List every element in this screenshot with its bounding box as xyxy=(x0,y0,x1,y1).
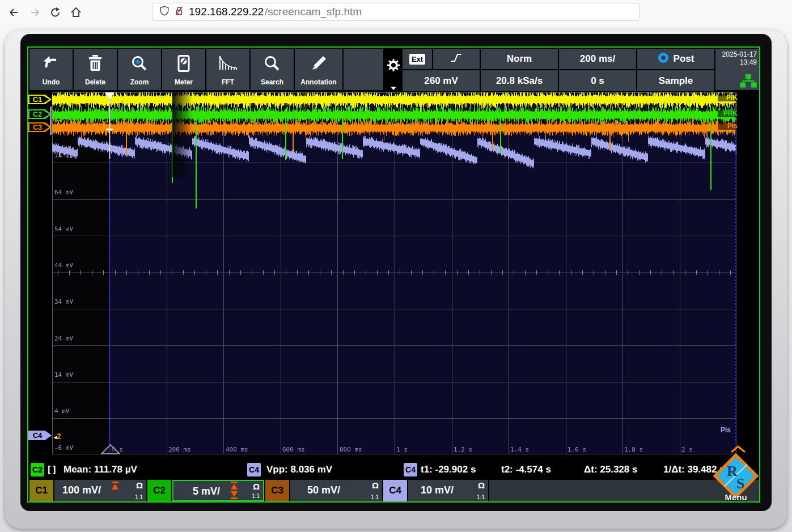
meter-button[interactable]: Meter xyxy=(162,49,205,90)
c4-badge[interactable]: C4 xyxy=(383,480,407,501)
chevron-down-icon[interactable] xyxy=(390,83,397,93)
c1-settings[interactable]: 100 mV/ Ω 1:1 xyxy=(54,480,146,501)
scope-toolbar: Undo Delete Zoom Meter FFT Search xyxy=(28,48,759,91)
pencil-icon xyxy=(310,55,327,74)
c2-overload-icons xyxy=(230,482,238,499)
url-host: 192.168.229.22 xyxy=(189,6,264,18)
edge-label-c4: Pis xyxy=(720,427,731,434)
cursor-dt: Δt: 25.328 s xyxy=(584,464,637,475)
insecure-lock-icon[interactable] xyxy=(174,5,184,19)
measurement2-source-badge: C4 xyxy=(247,463,261,476)
trigger-source-badge: Ext xyxy=(409,54,425,65)
forward-button[interactable] xyxy=(27,5,43,20)
trigger-source-cell[interactable]: Ext xyxy=(403,49,432,69)
cursor-t2: t2: -4.574 s xyxy=(501,464,551,475)
shield-icon[interactable] xyxy=(159,5,170,19)
c3-badge[interactable]: C3 xyxy=(265,480,289,501)
c3-settings[interactable]: 50 mV/ Ω 1:1 xyxy=(290,480,382,501)
edge-label-c3: Pis xyxy=(718,122,738,130)
waveform-canvas[interactable] xyxy=(52,92,736,454)
page-background: Undo Delete Zoom Meter FFT Search xyxy=(0,24,792,532)
search-button[interactable]: Search xyxy=(251,49,294,90)
datetime-cell: 2025-01-17 13:49 xyxy=(715,49,759,90)
zoom-in-icon xyxy=(131,55,148,74)
toolbar-empty-slot xyxy=(344,49,383,90)
channel-tag-c3[interactable]: C3 xyxy=(28,122,52,132)
url-bar[interactable]: 192.168.229.22/screencam_sfp.htm xyxy=(152,3,639,21)
fft-button[interactable]: FFT xyxy=(206,49,249,90)
back-button[interactable] xyxy=(6,5,22,20)
multimeter-icon xyxy=(177,55,190,74)
rising-edge-icon xyxy=(450,53,463,66)
gate-icon: [] xyxy=(48,464,57,475)
c4-settings[interactable]: 10 mV/ Ω 1:1 xyxy=(408,480,488,501)
post-ring-icon xyxy=(658,52,669,66)
search-icon xyxy=(264,55,281,74)
reload-button[interactable] xyxy=(48,5,63,20)
horizontal-position-cell[interactable]: 0 s xyxy=(559,70,636,91)
measurement-bar[interactable]: C2 [] Mean: 111.78 µV C4 Vpp: 8.036 mV C… xyxy=(28,461,759,479)
menu-label: Menu xyxy=(711,492,761,502)
measurement1-value: Mean: 111.78 µV xyxy=(63,464,137,475)
edge-label-c2: PRK xyxy=(718,110,738,117)
cursor-t1: t1: -29.902 s xyxy=(421,464,476,475)
c2-badge[interactable]: C2 xyxy=(147,480,171,501)
channel-tag-c2[interactable]: C2 xyxy=(28,109,52,119)
trigger-slope-cell[interactable] xyxy=(433,49,480,69)
measurement2-value: Vpp: 8.036 mV xyxy=(266,464,332,475)
time-label: 13:49 xyxy=(715,58,757,66)
channel-bar: C1 100 mV/ Ω 1:1 C2 5 mV/ Ω 1:1 C3 xyxy=(28,480,759,501)
marker-2[interactable]: ◂2 xyxy=(54,431,61,441)
svg-text:S: S xyxy=(736,475,744,492)
delete-button[interactable]: Delete xyxy=(74,49,117,90)
home-button[interactable] xyxy=(68,5,84,20)
undo-icon xyxy=(41,55,61,74)
trash-icon xyxy=(88,55,103,74)
waveform-plot[interactable] xyxy=(52,92,736,454)
trigger-level-cell[interactable]: 260 mV xyxy=(403,70,480,91)
url-path: /screencam_sfp.htm xyxy=(265,6,362,18)
c1-overload-up-icon xyxy=(111,482,119,490)
channel-offset-bar[interactable] xyxy=(50,107,52,135)
cursor-source-badge: C4 xyxy=(404,463,417,476)
gear-icon[interactable] xyxy=(387,59,400,74)
edge-label-c1: PIK xyxy=(718,94,738,101)
sample-rate-cell[interactable]: 20.8 kSa/s xyxy=(481,70,558,91)
lan-status-icon xyxy=(715,74,757,90)
browser-toolbar: 192.168.229.22/screencam_sfp.htm xyxy=(0,0,792,25)
toolbar-settings[interactable] xyxy=(384,49,403,90)
channel-tag-c1[interactable]: C1 xyxy=(28,95,52,104)
post-trigger-cell[interactable]: Post xyxy=(637,49,714,69)
rohde-schwarz-logo: R S xyxy=(713,453,759,499)
timebase-cell[interactable]: 200 ms/ xyxy=(559,49,636,69)
offscreen-marker-chevron-icon xyxy=(730,445,746,453)
trigger-mode-cell[interactable]: Norm xyxy=(481,49,558,69)
measurement1-source-badge: C2 xyxy=(31,463,44,476)
menu-button[interactable]: R S Menu xyxy=(711,453,761,502)
undo-button[interactable]: Undo xyxy=(29,49,73,90)
spectrum-icon xyxy=(218,55,238,74)
zoom-button[interactable]: Zoom xyxy=(118,49,161,90)
acquisition-mode-cell[interactable]: Sample xyxy=(637,70,714,91)
date-label: 2025-01-17 xyxy=(715,50,757,58)
channel-tag-c4[interactable]: C4 xyxy=(28,431,52,440)
c1-badge[interactable]: C1 xyxy=(29,480,53,501)
annotation-button[interactable]: Annotation xyxy=(295,49,342,90)
scope-screen: Undo Delete Zoom Meter FFT Search xyxy=(27,46,760,503)
c2-settings[interactable]: 5 mV/ Ω 1:1 xyxy=(172,480,264,501)
trigger-position-marker-icon[interactable] xyxy=(101,444,120,454)
